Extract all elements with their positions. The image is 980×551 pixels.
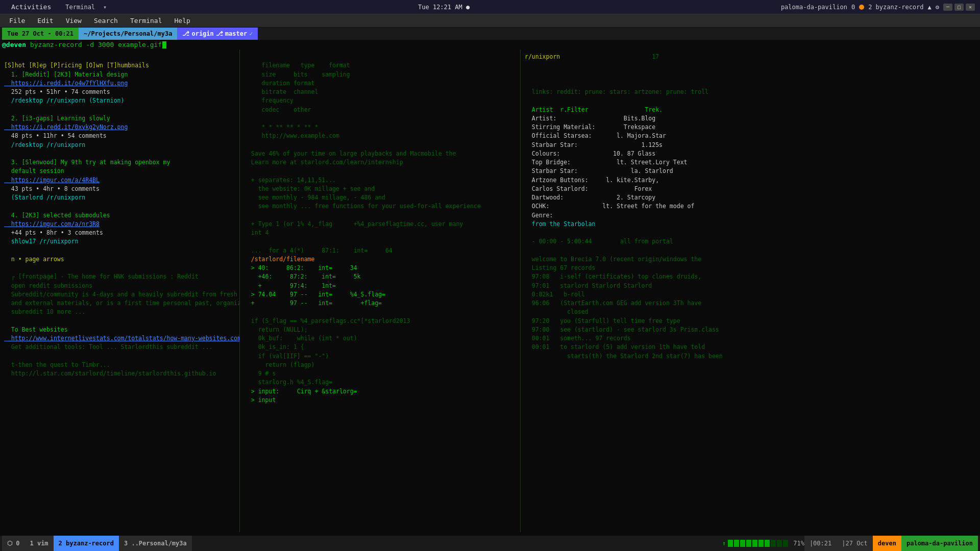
mid-line-25: > 40: 86:2: int= 34 (244, 264, 516, 272)
menu-bar: File Edit View Search Terminal Help (0, 14, 980, 28)
bat-block-2 (734, 540, 739, 547)
mid-line-40: > input (244, 396, 516, 405)
mid-line-37: 9 # s (244, 369, 516, 378)
window-controls: ─ □ ✕ (943, 4, 975, 11)
terminal-menu-indicator: ▾ (103, 4, 107, 11)
left-line-37: http://l.star.com/starlord/timeline/star… (4, 369, 235, 378)
mid-line-7: codec other (244, 106, 516, 114)
right-line-27: 0:02k1 b-roll (525, 290, 976, 299)
left-line-7 (4, 106, 235, 114)
mid-line-4: duration format (244, 79, 516, 88)
date-display: 27 Oct (845, 540, 867, 547)
left-line-10: 48 pts • 11hr • 54 comments (4, 132, 235, 140)
status-pane-vim[interactable]: 1 vim (24, 536, 53, 551)
bat-block-10 (783, 540, 788, 547)
tmux-pane-indicator: 0 (851, 4, 855, 11)
menu-view[interactable]: View (61, 16, 87, 26)
left-line-3: 1. [Reddit] [2K3] Material design (4, 70, 235, 79)
left-line-9: https://i.redd.it/0xvkg2yNorz.png (4, 123, 235, 132)
left-line-30: subreddit 10 more ... (4, 308, 235, 316)
prompt-git: ⎇ origin ⎇ master ✓ (177, 28, 258, 40)
mid-line-28: > 74.04 97 -- int= %4_S.flag= (244, 290, 516, 299)
mid-line-23: ... for a 4(*) 87:1: int= 64 (244, 246, 516, 255)
settings-icon[interactable]: ⚙ (936, 4, 939, 11)
status-date: | 27 Oct (837, 536, 873, 551)
left-line-29: and external materials, or is a first ti… (4, 299, 235, 308)
bat-block-4 (746, 540, 751, 547)
right-line-19: from the Starbolan (525, 220, 976, 229)
mid-line-22 (244, 237, 516, 246)
status-host: paloma-da-pavilion (901, 536, 978, 551)
right-line-21: - 00:00 - 5:00:44 all from portal (525, 237, 976, 246)
right-line-2 (525, 70, 976, 79)
mid-line-30 (244, 308, 516, 316)
right-line-4: links: reddit: prune: stars: artzone: pr… (525, 88, 976, 96)
maximize-button[interactable]: □ (954, 4, 964, 11)
right-line-22 (525, 246, 976, 255)
bat-block-7 (765, 540, 770, 547)
tmux-dot-indicator (859, 5, 864, 10)
right-header: r/unixporn 17 (525, 53, 976, 61)
left-line-4: https://i.redd.it/o4w7fYlHXfu.png (4, 79, 235, 88)
terminal-pane-left: [S]hot [R]ep [P]ricing [O]wn [T]humbnail… (0, 49, 240, 532)
command-line: @deven byzanz-record -d 3000 example.gif (0, 40, 980, 49)
mid-line-26: +46: 87:2: int= 5k (244, 272, 516, 281)
left-line-12 (4, 149, 235, 158)
battery-blocks (728, 540, 788, 547)
mid-line-5: bitrate channel (244, 88, 516, 96)
right-line-17: OCHK: lt. Street for the mode of (525, 202, 976, 211)
mid-line-14 (244, 167, 516, 176)
left-line-35 (4, 352, 235, 361)
prompt-dir: ~/Projects/Personal/my3a (79, 28, 177, 40)
right-line-1 (525, 61, 976, 70)
menu-terminal[interactable]: Terminal (125, 16, 167, 26)
status-pane-byzanz[interactable]: 2 byzanz-record (54, 536, 119, 551)
left-line-1 (4, 53, 235, 61)
bat-block-3 (740, 540, 745, 547)
menu-help[interactable]: Help (169, 16, 195, 26)
mid-line-20: + Type 1 (or 1% 4,_flag +%4_parseflagtim… (244, 220, 516, 229)
bat-block-6 (758, 540, 764, 547)
git-branch-icon: ⎇ (216, 30, 223, 37)
right-line-15: Carlos Starlord: Forex (525, 185, 976, 193)
left-line-28: Subreddit/community is 4-days and a heav… (4, 290, 235, 299)
activities-button[interactable]: Activities (5, 3, 57, 11)
system-bar: Activities Terminal ▾ Tue 12:21 AM ● pal… (0, 0, 980, 14)
right-line-31: 97:00 see (startlord) - see starlord 3s … (525, 325, 976, 334)
right-line-3 (525, 79, 976, 88)
mid-line-6: frequency (244, 96, 516, 105)
right-line-26: 97:01 starlord Starlord Starlord (525, 282, 976, 290)
mid-line-2: filename type format (244, 61, 516, 70)
terminal-label: Terminal (65, 4, 95, 11)
left-line-36: t-then the quest to Timbr... (4, 361, 235, 369)
right-line-33: 00:01 to starlord (5) add version 1th ha… (525, 343, 976, 352)
mid-line-19 (244, 211, 516, 220)
left-line-17: (Starlord /r/unixporn (4, 193, 235, 202)
git-check-icon: ✓ (249, 30, 253, 37)
menu-file[interactable]: File (4, 16, 30, 26)
mid-line-35: if (val[IIF] == "-") (244, 352, 516, 361)
right-line-25: 97:08 i-self (certificates) top clones d… (525, 272, 976, 281)
mid-line-11 (244, 141, 516, 149)
menu-edit[interactable]: Edit (32, 16, 58, 26)
left-line-21: +44 pts • 8hr • 3 comments (4, 229, 235, 237)
right-line-6: Artist r.Filter Trek. (525, 106, 976, 114)
mid-line-21: int 4 (244, 229, 516, 237)
status-pane-personal[interactable]: 3 ..Personal/my3a (119, 536, 192, 551)
mid-line-16: the website: 0K millage + see and (244, 185, 516, 193)
left-line-34: Get additional tools: Tool ... Starlordt… (4, 343, 235, 352)
right-line-28: 96:06 (StartEarth.com GEG add version 3T… (525, 299, 976, 308)
wifi-icon: ▲ (928, 4, 932, 11)
time-display: 00:21 (813, 540, 831, 547)
menu-search[interactable]: Search (89, 16, 123, 26)
bat-block-8 (771, 540, 776, 547)
right-line-10: Starbar Star: 1.125s (525, 141, 976, 149)
prompt-date: Tue 27 Oct - 00:21 (2, 28, 79, 40)
close-button[interactable]: ✕ (966, 4, 975, 11)
user-prompt: @deven (2, 41, 26, 48)
battery-bar: ↑ 71% (722, 540, 804, 547)
left-line-31 (4, 317, 235, 325)
battery-percent: 71% (793, 540, 804, 547)
status-pane-zero: ⬡ 0 (2, 536, 24, 551)
minimize-button[interactable]: ─ (943, 4, 952, 11)
